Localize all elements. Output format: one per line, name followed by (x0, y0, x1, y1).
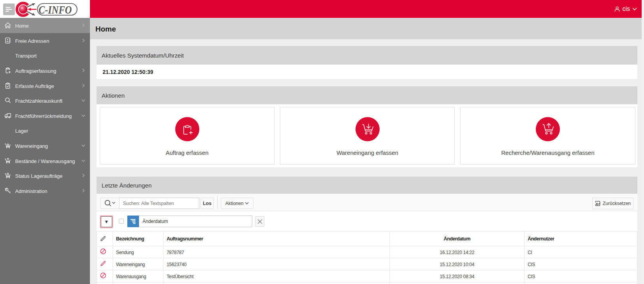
svg-text:C-INFO: C-INFO (39, 4, 72, 16)
